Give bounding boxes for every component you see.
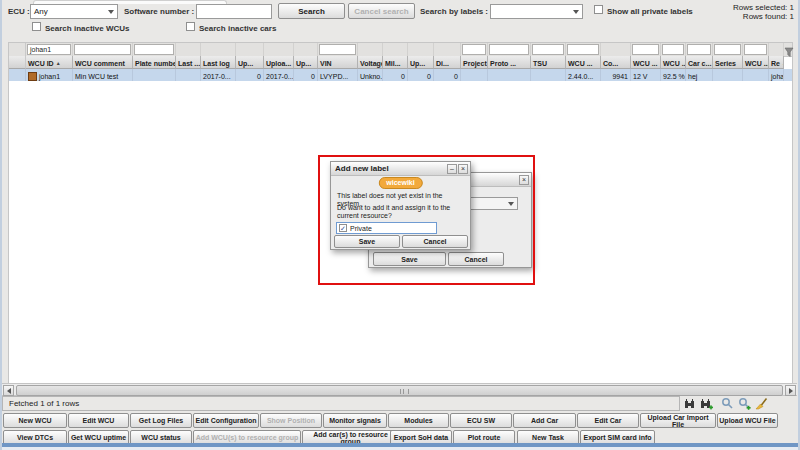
column-control-button[interactable] — [784, 43, 796, 56]
table-row[interactable]: johan1Min WCU test2017-0...02017-0...0LV… — [9, 69, 792, 81]
close-icon[interactable]: × — [519, 175, 529, 185]
filter-cell — [236, 43, 264, 56]
column-header-label: Up... — [238, 60, 253, 67]
column-header[interactable]: VIN — [318, 56, 358, 69]
zoom-icon[interactable] — [721, 396, 734, 414]
table-cell — [531, 69, 566, 81]
scroll-right-button[interactable] — [785, 385, 796, 396]
filter-cell — [713, 43, 743, 56]
column-header[interactable]: Co... — [601, 56, 631, 69]
column-filter-input[interactable] — [744, 44, 767, 55]
column-header[interactable]: WCU ID▲ — [26, 56, 73, 69]
column-filter-input[interactable] — [74, 44, 131, 55]
column-header[interactable]: Di... — [434, 56, 461, 69]
action-button-monitor-signals[interactable]: Monitor signals — [323, 413, 387, 428]
filter-cell — [264, 43, 294, 56]
save-button[interactable]: Save — [334, 235, 400, 248]
column-filter-input[interactable] — [489, 44, 529, 55]
cell-value: 0 — [427, 73, 431, 80]
action-button-get-log-files[interactable]: Get Log Files — [130, 413, 192, 428]
action-button-edit-configuration[interactable]: Edit Configuration — [193, 413, 259, 428]
column-header[interactable]: Series — [713, 56, 743, 69]
minimize-icon[interactable]: – — [447, 164, 457, 174]
column-header-label: Series — [715, 60, 736, 67]
show-all-private-labels-checkbox[interactable] — [594, 5, 603, 14]
column-filter-input[interactable] — [567, 44, 599, 55]
search-inactive-cars-checkbox[interactable] — [186, 22, 195, 31]
action-button-ecu-sw[interactable]: ECU SW — [450, 413, 512, 428]
column-filter-input[interactable] — [532, 44, 564, 55]
wcu-manager-window: ECU : Any Software number : Search Cance… — [0, 0, 800, 450]
cell-value: 2.44.0... — [568, 73, 593, 80]
search-by-labels-select[interactable] — [490, 4, 583, 19]
column-header-label: WCU ... — [568, 60, 593, 67]
cell-value: hej — [688, 73, 697, 80]
column-header-label: Mil... — [385, 60, 401, 67]
chevron-down-icon — [573, 10, 579, 14]
action-button-modules[interactable]: Modules — [388, 413, 449, 428]
close-icon[interactable]: × — [458, 164, 468, 174]
column-header[interactable]: Up... — [294, 56, 318, 69]
column-header[interactable]: Uploa... — [264, 56, 294, 69]
action-button-upload-car-import-file[interactable]: Upload Car Import File — [640, 413, 716, 428]
cancel-button[interactable]: Cancel — [402, 235, 468, 248]
column-filter-input[interactable] — [319, 44, 356, 55]
software-number-input[interactable] — [196, 4, 272, 19]
filter-funnel-icon — [784, 44, 794, 56]
column-header[interactable]: TSU — [531, 56, 566, 69]
column-header[interactable]: WCU ... — [661, 56, 686, 69]
sort-ascending-icon: ▲ — [56, 60, 61, 66]
column-filter-input[interactable] — [462, 44, 486, 55]
column-header[interactable]: Plate number — [133, 56, 176, 69]
column-header[interactable]: Last log — [201, 56, 236, 69]
horizontal-scrollbar[interactable] — [2, 383, 797, 396]
back-cancel-button[interactable]: Cancel — [448, 252, 504, 266]
column-header[interactable]: Up... — [408, 56, 434, 69]
find-add-icon[interactable] — [700, 396, 713, 414]
add-new-label-titlebar[interactable]: Add new label – × — [331, 162, 470, 176]
column-header[interactable]: Proto ... — [488, 56, 531, 69]
table-cell — [743, 69, 769, 81]
scroll-left-button[interactable] — [3, 385, 14, 396]
column-filter-input[interactable] — [134, 44, 174, 55]
cell-value: 2017-0... — [266, 73, 294, 80]
column-filter-input[interactable] — [632, 44, 659, 55]
column-header[interactable]: Re▲ — [769, 56, 784, 69]
column-header[interactable]: Project — [461, 56, 488, 69]
table-cell — [461, 69, 488, 81]
scrollbar-thumb[interactable] — [16, 385, 783, 396]
column-header[interactable]: WCU ... — [566, 56, 601, 69]
action-button-upload-wcu-file[interactable]: Upload WCU File — [717, 413, 778, 428]
zoom-add-icon[interactable] — [738, 396, 751, 414]
search-button[interactable]: Search — [278, 3, 345, 19]
action-button-add-car[interactable]: Add Car — [513, 413, 576, 428]
window-left-edge — [0, 0, 2, 450]
action-button-edit-wcu[interactable]: Edit WCU — [68, 413, 129, 428]
column-header-label: Plate number — [135, 60, 176, 67]
column-header[interactable]: Car c... — [686, 56, 713, 69]
column-filter-input[interactable] — [662, 44, 684, 55]
column-filter-input[interactable]: johan1 — [27, 44, 71, 55]
column-header[interactable]: WCU comment — [73, 56, 133, 69]
column-header[interactable]: Mil... — [383, 56, 408, 69]
filter-cell — [743, 43, 769, 56]
column-header[interactable]: Last ... — [176, 56, 201, 69]
action-button-edit-car[interactable]: Edit Car — [577, 413, 639, 428]
column-header[interactable]: Up... — [236, 56, 264, 69]
column-header[interactable]: WCU ... — [743, 56, 769, 69]
column-filter-input[interactable] — [687, 44, 711, 55]
cell-value: 0 — [401, 73, 405, 80]
column-header[interactable]: WCU ... — [631, 56, 661, 69]
private-checkbox-field[interactable]: ✓ Private — [336, 222, 437, 234]
back-save-button[interactable]: Save — [373, 252, 446, 266]
action-button-new-wcu[interactable]: New WCU — [3, 413, 67, 428]
column-filter-input[interactable] — [714, 44, 741, 55]
column-header-label: Voltage — [360, 60, 383, 67]
column-header[interactable]: Voltage — [358, 56, 383, 69]
cell-value: 12 V — [633, 73, 647, 80]
clean-icon[interactable] — [755, 396, 768, 414]
ecu-select[interactable]: Any — [30, 4, 118, 19]
search-inactive-wcus-checkbox[interactable] — [32, 22, 41, 31]
checkbox-checked-icon[interactable]: ✓ — [339, 224, 347, 232]
find-icon[interactable] — [683, 396, 696, 414]
